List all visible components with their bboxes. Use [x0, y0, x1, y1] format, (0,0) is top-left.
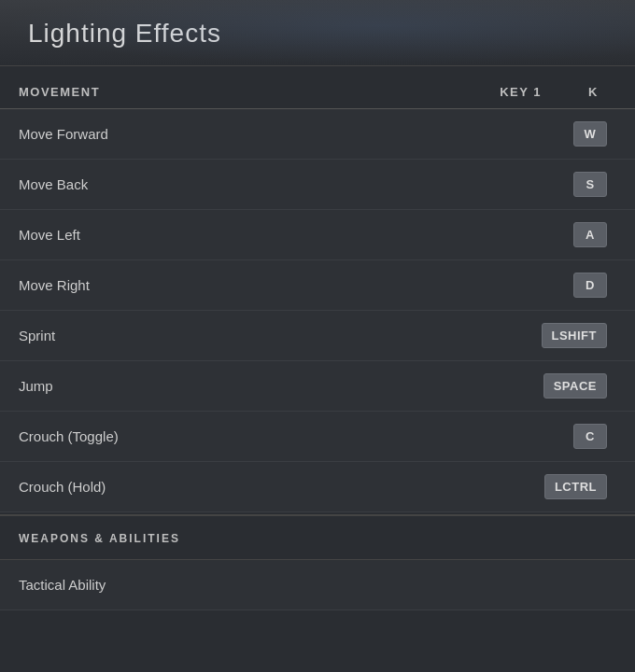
key1-slot[interactable]: LSHIFT [411, 323, 616, 348]
key-badge: D [573, 273, 607, 298]
action-label: Move Left [19, 227, 411, 243]
column-headers: MOVEMENT KEY 1 K [0, 76, 635, 109]
keybind-row[interactable]: JumpSPACE [0, 361, 635, 412]
weapons-header-text: WEAPONS & ABILITIES [19, 532, 180, 545]
action-label: Move Right [19, 277, 411, 293]
key-badge: W [573, 121, 607, 147]
keybind-row[interactable]: Move ForwardW [0, 109, 635, 160]
key1-slot[interactable]: S [411, 172, 616, 197]
header: Lighting Effects [0, 0, 635, 66]
col-key1-header: KEY 1 [383, 85, 588, 99]
keybind-row[interactable]: Move BackS [0, 160, 635, 210]
key-badge: LSHIFT [542, 323, 608, 348]
weapons-section: Tactical Ability [0, 560, 635, 610]
action-label: Jump [19, 378, 411, 394]
keybind-row[interactable]: Move LeftA [0, 210, 635, 260]
keybind-row[interactable]: Crouch (Toggle)C [0, 412, 635, 462]
keybind-row[interactable]: Tactical Ability [0, 560, 635, 610]
action-label: Crouch (Toggle) [19, 428, 411, 444]
keybind-row[interactable]: Crouch (Hold)LCTRL [0, 462, 635, 512]
action-label: Move Forward [19, 126, 411, 142]
key1-slot[interactable]: D [411, 273, 616, 298]
key1-slot[interactable]: LCTRL [411, 474, 616, 499]
key1-slot[interactable]: W [411, 121, 616, 147]
key-badge: A [573, 222, 607, 247]
action-label: Crouch (Hold) [19, 479, 411, 495]
key-badge: SPACE [543, 373, 607, 399]
col-key2-header: K [588, 85, 616, 99]
key1-slot[interactable]: SPACE [411, 373, 616, 399]
key1-slot[interactable]: A [411, 222, 616, 247]
action-label: Move Back [19, 176, 411, 192]
key-badge: S [573, 172, 607, 197]
keybind-row[interactable]: Move RightD [0, 260, 635, 311]
key-badge: C [573, 424, 607, 449]
movement-section: Move ForwardWMove BackSMove LeftAMove Ri… [0, 109, 635, 512]
key1-slot[interactable]: C [411, 424, 616, 449]
action-label: Tactical Ability [19, 577, 411, 593]
col-action-header: MOVEMENT [19, 85, 383, 99]
weapons-section-header: WEAPONS & ABILITIES [0, 514, 635, 560]
action-label: Sprint [19, 328, 411, 343]
header-title: Lighting Effects [28, 19, 221, 48]
key-badge: LCTRL [544, 474, 607, 499]
keybind-row[interactable]: SprintLSHIFT [0, 311, 635, 361]
